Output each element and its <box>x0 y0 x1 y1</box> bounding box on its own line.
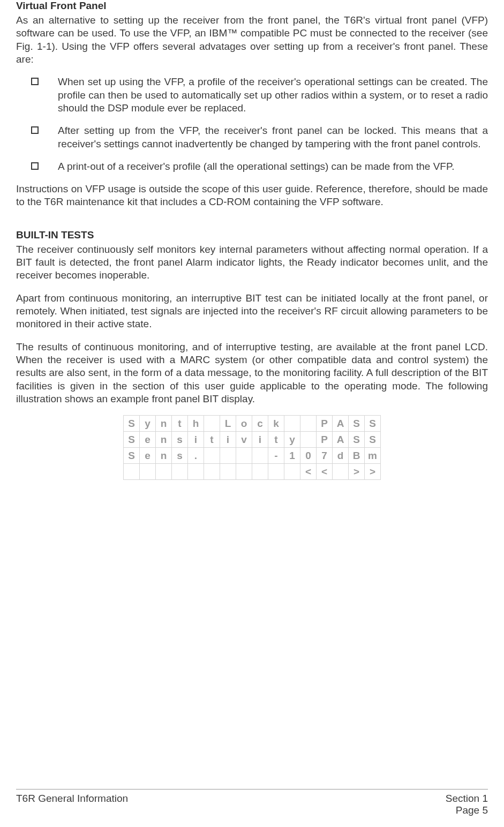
lcd-cell: e <box>140 432 156 448</box>
lcd-cell: e <box>140 448 156 464</box>
lcd-cell: h <box>188 416 204 432</box>
lcd-cell: k <box>268 416 284 432</box>
lcd-cell <box>204 416 220 432</box>
lcd-cell <box>252 464 268 480</box>
lcd-cell: m <box>365 448 381 464</box>
lcd-cell: v <box>236 432 252 448</box>
lcd-cell <box>172 464 188 480</box>
lcd-cell <box>252 448 268 464</box>
vfp-outro: Instructions on VFP usage is outside the… <box>16 183 488 209</box>
lcd-cell: A <box>333 416 349 432</box>
lcd-cell <box>284 416 300 432</box>
lcd-cell: P <box>317 416 333 432</box>
lcd-cell: S <box>365 416 381 432</box>
bullet-text: After setting up from the VFP, the recei… <box>58 124 488 151</box>
lcd-cell: > <box>349 464 365 480</box>
lcd-cell: i <box>220 432 236 448</box>
checkbox-icon <box>31 162 39 170</box>
lcd-cell <box>284 464 300 480</box>
lcd-cell: > <box>365 464 381 480</box>
lcd-cell: n <box>156 416 172 432</box>
lcd-cell: n <box>156 448 172 464</box>
lcd-cell <box>220 448 236 464</box>
lcd-cell: . <box>188 448 204 464</box>
lcd-cell: S <box>124 432 140 448</box>
lcd-cell <box>124 464 140 480</box>
lcd-cell: B <box>349 448 365 464</box>
lcd-cell: s <box>172 432 188 448</box>
lcd-cell: o <box>236 416 252 432</box>
lcd-cell: S <box>365 432 381 448</box>
bit-p2: Apart from continuous monitoring, an int… <box>16 292 488 331</box>
lcd-cell: t <box>268 432 284 448</box>
bullet-text: When set up using the VFP, a profile of … <box>58 76 488 115</box>
lcd-cell <box>204 464 220 480</box>
lcd-cell: y <box>140 416 156 432</box>
lcd-cell: d <box>333 448 349 464</box>
lcd-cell: A <box>333 432 349 448</box>
list-item: A print-out of a receiver's profile (all… <box>16 160 488 173</box>
lcd-cell <box>220 464 236 480</box>
footer-section: Section 1 <box>446 793 488 805</box>
lcd-cell: 1 <box>284 448 300 464</box>
lcd-cell <box>236 448 252 464</box>
heading-vfp: Virtual Front Panel <box>16 0 488 12</box>
lcd-cell <box>333 464 349 480</box>
lcd-cell <box>300 416 317 432</box>
lcd-cell: S <box>349 432 365 448</box>
checkbox-icon <box>31 78 39 85</box>
lcd-cell: i <box>252 432 268 448</box>
lcd-cell: - <box>268 448 284 464</box>
vfp-bullet-list: When set up using the VFP, a profile of … <box>16 76 488 173</box>
vfp-intro: As an alternative to setting up the rece… <box>16 14 488 66</box>
lcd-cell: i <box>188 432 204 448</box>
lcd-cell: y <box>284 432 300 448</box>
lcd-cell <box>156 464 172 480</box>
lcd-cell: s <box>172 448 188 464</box>
lcd-cell: c <box>252 416 268 432</box>
lcd-display: SynthLockPASSSensitivityPASSSens.-107dBm… <box>16 415 488 480</box>
lcd-cell: n <box>156 432 172 448</box>
bit-p3: The results of continuous monitoring, an… <box>16 341 488 406</box>
lcd-cell: t <box>204 432 220 448</box>
lcd-cell: S <box>124 448 140 464</box>
lcd-cell <box>204 448 220 464</box>
lcd-cell: 7 <box>317 448 333 464</box>
lcd-cell <box>268 464 284 480</box>
list-item: When set up using the VFP, a profile of … <box>16 76 488 115</box>
footer-left: T6R General Information <box>16 793 128 816</box>
lcd-cell <box>236 464 252 480</box>
lcd-cell: < <box>300 464 317 480</box>
heading-bit: BUILT-IN TESTS <box>16 229 488 241</box>
footer-page: Page 5 <box>446 805 488 816</box>
lcd-cell: 0 <box>300 448 317 464</box>
lcd-cell <box>300 432 317 448</box>
lcd-cell: t <box>172 416 188 432</box>
bullet-text: A print-out of a receiver's profile (all… <box>58 160 488 173</box>
lcd-cell: S <box>124 416 140 432</box>
list-item: After setting up from the VFP, the recei… <box>16 124 488 151</box>
lcd-cell: L <box>220 416 236 432</box>
lcd-cell: P <box>317 432 333 448</box>
lcd-grid: SynthLockPASSSensitivityPASSSens.-107dBm… <box>123 415 381 480</box>
lcd-cell: < <box>317 464 333 480</box>
bit-p1: The receiver continuously self monitors … <box>16 243 488 282</box>
lcd-cell: S <box>349 416 365 432</box>
lcd-cell <box>140 464 156 480</box>
lcd-cell <box>188 464 204 480</box>
page-footer: T6R General Information Section 1 Page 5 <box>16 789 488 816</box>
checkbox-icon <box>31 126 39 134</box>
